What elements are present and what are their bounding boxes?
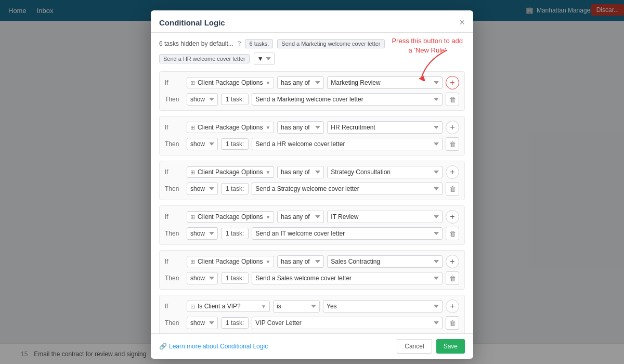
add-rule-button-6[interactable]: + (446, 300, 459, 313)
modal-close-button[interactable]: × (459, 18, 465, 27)
modal-body: 6 tasks hidden by default... ? 6 tasks: … (151, 33, 473, 333)
rule-6-action-select[interactable]: show (187, 317, 218, 329)
rule-6-field-select[interactable]: ⊡ Is Client a VIP? ▼ (187, 301, 270, 312)
rule-6-task-select[interactable]: VIP Cover Letter (252, 317, 443, 329)
rule-4-task-select[interactable]: Send an IT welcome cover letter (252, 227, 443, 240)
delete-rule-3-button[interactable]: 🗑 (446, 182, 459, 196)
tasks-hidden-dropdown[interactable]: ▼ (254, 53, 275, 65)
rule-3-condition-select[interactable]: has any of (277, 166, 324, 178)
rule-3-field-value: Client Package Options (198, 168, 263, 176)
rule-2-condition-select[interactable]: has any of (277, 121, 324, 134)
rule-1-field-select[interactable]: ⊞ Client Package Options ▼ (187, 77, 274, 88)
rule-6-value-select[interactable]: Yes (323, 300, 443, 313)
task-badge-marketing: Send a Marketing welcome cover letter (277, 39, 384, 48)
rule-6-then-row: Then show 1 task: VIP Cover Letter 🗑 (165, 316, 459, 330)
rule-5-condition-select[interactable]: has any of (277, 255, 324, 268)
cancel-button[interactable]: Cancel (397, 339, 432, 354)
rule-1-condition-select[interactable]: has any of (277, 76, 324, 89)
rule-4-field-value: Client Package Options (198, 213, 263, 220)
rule-5-field-select[interactable]: ⊞ Client Package Options ▼ (187, 256, 274, 267)
rule-4-then-row: Then show 1 task: Send an IT welcome cov… (165, 227, 459, 240)
rule-section-4: If ⊞ Client Package Options ▼ has any of… (159, 205, 465, 245)
rule-2-if-row: If ⊞ Client Package Options ▼ has any of… (165, 121, 459, 134)
modal-footer: 🔗 Learn more about Conditional Logic Can… (151, 333, 473, 359)
rule-5-field-value: Client Package Options (198, 258, 263, 265)
delete-rule-4-button[interactable]: 🗑 (446, 227, 459, 240)
rule-1-task-count: 1 task: (221, 94, 249, 105)
field-dropdown-arrow-2: ▼ (265, 125, 270, 131)
rule-2-task-count: 1 task: (221, 138, 249, 150)
rule-4-task-count: 1 task: (221, 228, 249, 239)
add-rule-button-1[interactable]: + (446, 76, 459, 89)
rule-3-task-select[interactable]: Send a Strategy welcome cover letter (252, 183, 443, 195)
rule-3-action-select[interactable]: show (187, 183, 218, 195)
rule-5-if-row: If ⊞ Client Package Options ▼ has any of… (165, 255, 459, 268)
add-rule-button-4[interactable]: + (446, 210, 459, 224)
add-rule-button-5[interactable]: + (446, 255, 459, 268)
rule-4-action-select[interactable]: show (187, 227, 218, 240)
rule-2-if-label: If (165, 124, 184, 131)
rule-5-task-count: 1 task: (221, 272, 249, 284)
learn-more-link[interactable]: 🔗 Learn more about Conditional Logic (159, 343, 268, 350)
rule-section-3: If ⊞ Client Package Options ▼ has any of… (159, 161, 465, 200)
rule-5-action-select[interactable]: show (187, 272, 218, 284)
delete-rule-2-button[interactable]: 🗑 (446, 137, 459, 151)
rule-2-action-select[interactable]: show (187, 138, 218, 150)
grid-icon-6: ⊡ (190, 303, 195, 310)
rule-4-condition-select[interactable]: has any of (277, 211, 324, 223)
rule-3-value-select[interactable]: Strategy Consultation (327, 166, 443, 178)
save-button[interactable]: Save (436, 339, 465, 354)
rule-section-5: If ⊞ Client Package Options ▼ has any of… (159, 250, 465, 290)
grid-icon-4: ⊞ (190, 214, 195, 220)
rule-6-condition-select[interactable]: is (273, 300, 320, 313)
rule-1-action-select[interactable]: show (187, 93, 218, 106)
rule-3-then-label: Then (165, 185, 184, 192)
rule-5-value-select[interactable]: Sales Contracting (327, 255, 443, 268)
rule-3-field-select[interactable]: ⊞ Client Package Options ▼ (187, 166, 274, 178)
rule-2-task-select[interactable]: Send a HR welcome cover letter (252, 138, 443, 150)
rule-3-if-label: If (165, 168, 184, 176)
rule-2-field-select[interactable]: ⊞ Client Package Options ▼ (187, 122, 274, 133)
conditional-logic-modal: Press this button to adda 'New Rule' Con… (151, 10, 473, 359)
rule-6-field-value: Is Client a VIP? (198, 303, 258, 310)
learn-more-text: Learn more about Conditional Logic (169, 343, 268, 350)
rule-5-then-label: Then (165, 275, 184, 282)
rule-1-then-label: Then (165, 96, 184, 103)
field-dropdown-arrow-3: ▼ (265, 170, 270, 175)
rule-4-value-select[interactable]: IT Review (327, 211, 443, 223)
rule-2-value-select[interactable]: HR Recruitment (327, 121, 443, 134)
rule-4-then-label: Then (165, 230, 184, 237)
rule-1-then-row: Then show 1 task: Send a Marketing welco… (165, 93, 459, 106)
tasks-hidden-info[interactable]: ? (238, 40, 241, 47)
delete-rule-5-button[interactable]: 🗑 (446, 271, 459, 285)
grid-icon: ⊞ (190, 80, 195, 86)
grid-icon-2: ⊞ (190, 124, 195, 131)
rule-2-then-row: Then show 1 task: Send a HR welcome cove… (165, 137, 459, 151)
rule-2-then-label: Then (165, 140, 184, 148)
delete-rule-6-button[interactable]: 🗑 (446, 316, 459, 330)
rule-4-if-label: If (165, 213, 184, 220)
modal-title: Conditional Logic (159, 18, 225, 27)
field-dropdown-arrow-5: ▼ (265, 259, 270, 265)
rule-6-if-label: If (165, 303, 184, 310)
rule-6-task-count: 1 task: (221, 317, 249, 329)
rule-1-if-label: If (165, 79, 184, 86)
tasks-hidden-label: 6 tasks hidden by default... (159, 40, 233, 47)
rule-1-task-select[interactable]: Send a Marketing welcome cover letter (252, 93, 443, 106)
add-rule-button-3[interactable]: + (446, 165, 459, 179)
field-dropdown-arrow: ▼ (265, 80, 270, 86)
rule-1-value-select[interactable]: Marketing Review (327, 76, 443, 89)
link-icon: 🔗 (159, 343, 167, 350)
rule-5-task-select[interactable]: Send a Sales welcome cover letter (252, 272, 443, 284)
footer-buttons: Cancel Save (397, 339, 465, 354)
rule-section-2: If ⊞ Client Package Options ▼ has any of… (159, 116, 465, 155)
rule-6-if-row: If ⊡ Is Client a VIP? ▼ is Yes + (165, 300, 459, 313)
task-badge-hr: Send a HR welcome cover letter (159, 54, 250, 63)
delete-rule-1-button[interactable]: 🗑 (446, 93, 459, 106)
rule-1-if-row: If ⊞ Client Package Options ▼ has any of… (165, 76, 459, 89)
field-dropdown-arrow-6: ▼ (261, 304, 266, 309)
task-count-badge: 6 tasks: (245, 39, 273, 48)
rule-5-then-row: Then show 1 task: Send a Sales welcome c… (165, 271, 459, 285)
rule-4-field-select[interactable]: ⊞ Client Package Options ▼ (187, 211, 274, 223)
add-rule-button-2[interactable]: + (446, 121, 459, 134)
